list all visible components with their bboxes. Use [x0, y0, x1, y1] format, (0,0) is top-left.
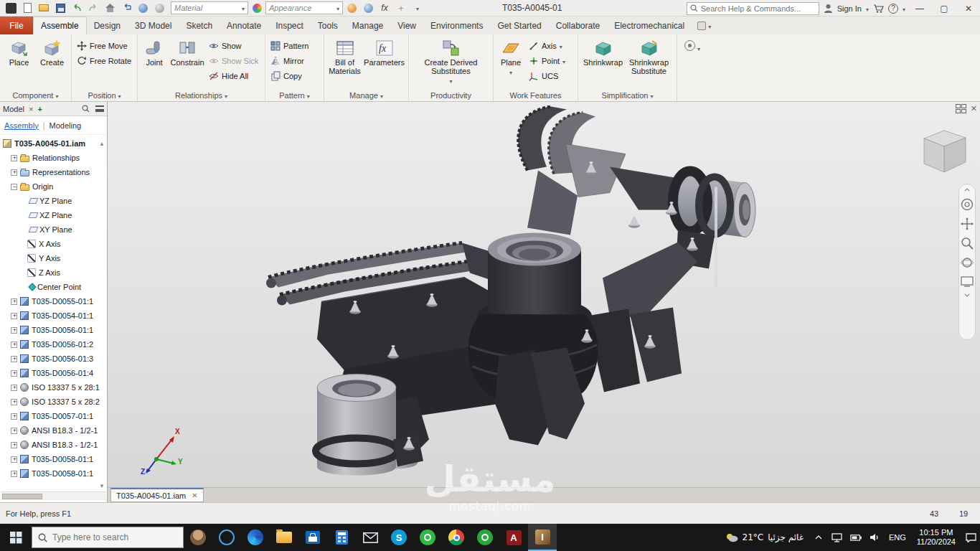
network-icon[interactable] — [828, 524, 847, 551]
weather-widget[interactable]: 21°C غائم جزئيا — [720, 532, 809, 542]
pattern-button[interactable]: Pattern — [268, 39, 311, 52]
view-cube[interactable] — [918, 126, 970, 178]
ucs-button[interactable]: UCS — [527, 69, 567, 83]
browser-close-icon[interactable] — [29, 105, 33, 113]
expander-icon[interactable] — [11, 342, 17, 348]
file-menu-button[interactable]: File — [0, 17, 33, 34]
open-icon[interactable] — [36, 1, 52, 15]
browser-search-icon[interactable] — [82, 105, 90, 113]
chrome-icon[interactable] — [442, 524, 471, 551]
browser-h-scrollbar[interactable] — [1, 491, 106, 500]
calculator-icon[interactable] — [327, 524, 356, 551]
expander-icon[interactable] — [11, 356, 17, 362]
expander-icon[interactable] — [11, 399, 17, 405]
tree-item[interactable]: Y Axis — [0, 251, 107, 265]
store-icon[interactable] — [298, 524, 327, 551]
place-button[interactable]: Place — [4, 37, 35, 69]
tab-view[interactable]: View — [390, 17, 423, 34]
ribbon-options-button[interactable] — [692, 17, 717, 34]
app-menu-icon[interactable] — [3, 1, 19, 15]
help-caret-icon[interactable] — [903, 4, 905, 14]
work-features-panel-label[interactable]: Work Features — [495, 89, 576, 101]
mail-icon[interactable] — [356, 524, 385, 551]
file-explorer-icon[interactable] — [270, 524, 298, 551]
tab-inspect[interactable]: Inspect — [268, 17, 311, 34]
tree-item[interactable]: Center Point — [0, 280, 107, 294]
tree-item[interactable]: T035-D0056-01:3 — [0, 352, 107, 366]
material-ball-icon[interactable] — [151, 1, 167, 15]
cart-icon[interactable] — [873, 4, 884, 13]
tree-item[interactable]: XZ Plane — [0, 208, 107, 222]
return-icon[interactable] — [118, 1, 134, 15]
adjust-sphere-icon[interactable] — [360, 1, 376, 15]
tree-item[interactable]: ANSI B18.3 - 1/2-1 — [0, 438, 107, 452]
document-tab[interactable]: T035-A0045-01.iam ✕ — [110, 488, 204, 502]
graphics-viewport[interactable]: ✕ X Y Z — [108, 102, 980, 487]
add-quickaccess-icon[interactable]: + — [393, 1, 409, 15]
whatsapp-alt-icon[interactable] — [471, 524, 499, 551]
tree-item[interactable]: Representations — [0, 165, 107, 179]
quickaccess-caret-icon[interactable] — [410, 1, 425, 15]
axis-button[interactable]: Axis — [527, 39, 567, 52]
tree-item[interactable]: T035-D0056-01:1 — [0, 323, 107, 337]
new-file-icon[interactable] — [19, 1, 35, 15]
manage-panel-label[interactable]: Manage — [326, 89, 407, 101]
zoom-icon[interactable] — [961, 237, 974, 250]
tree-item[interactable]: Origin — [0, 179, 107, 194]
browser-menu-icon[interactable] — [95, 105, 104, 112]
minimize-button[interactable]: — — [910, 1, 930, 17]
tree-item[interactable]: Relationships — [0, 151, 107, 165]
mirror-button[interactable]: Mirror — [268, 54, 311, 67]
ribbon-display-toggle[interactable] — [677, 34, 707, 101]
undo-icon[interactable] — [69, 1, 85, 15]
tab-electromechanical[interactable]: Electromechanical — [607, 17, 692, 34]
free-move-button[interactable]: Free Move — [75, 39, 133, 52]
tree-item[interactable]: XY Plane — [0, 222, 107, 237]
free-rotate-button[interactable]: Free Rotate — [75, 54, 133, 67]
appearance-select[interactable]: Appearance — [265, 1, 343, 14]
skype-icon[interactable]: S — [385, 524, 413, 551]
acrobat-icon[interactable]: A — [499, 524, 528, 551]
maximize-button[interactable]: ▢ — [934, 1, 954, 17]
iproperties-icon[interactable] — [135, 1, 151, 15]
appearance-wheel-icon[interactable] — [249, 1, 265, 15]
help-search-box[interactable] — [687, 2, 819, 15]
scrollbar-thumb[interactable] — [2, 494, 42, 499]
create-button[interactable]: Create — [37, 37, 68, 69]
shrinkwrap-button[interactable]: Shrinkwrap — [583, 37, 624, 69]
tree-item[interactable]: ISO 13337 5 x 28:1 — [0, 380, 107, 395]
model-3d[interactable] — [108, 102, 980, 487]
tab-tools[interactable]: Tools — [311, 17, 345, 34]
expander-icon[interactable] — [11, 456, 17, 463]
expander-icon[interactable] — [11, 313, 17, 319]
copy-button[interactable]: Copy — [268, 69, 311, 83]
language-indicator[interactable]: ENG — [884, 533, 911, 542]
start-button[interactable] — [0, 524, 32, 551]
tree-item[interactable]: T035-D0056-01:4 — [0, 366, 107, 380]
taskbar-clock[interactable]: 10:15 PM 11/20/2024 — [911, 528, 961, 547]
expander-icon[interactable] — [11, 442, 17, 448]
cortana-icon[interactable] — [212, 524, 241, 551]
create-derived-substitutes-button[interactable]: Create Derived Substitutes — [418, 37, 485, 88]
navbar-scroll-up-icon[interactable] — [964, 188, 970, 192]
constrain-button[interactable]: Constrain — [169, 37, 205, 69]
joint-button[interactable]: Joint — [141, 37, 168, 69]
taskbar-search-input[interactable] — [52, 532, 167, 542]
navigation-wheel-icon[interactable] — [961, 198, 974, 211]
help-icon[interactable]: ? — [888, 4, 898, 14]
tab-manage[interactable]: Manage — [345, 17, 390, 34]
relationships-panel-label[interactable]: Relationships — [139, 89, 263, 101]
expander-icon[interactable] — [11, 327, 17, 334]
tab-environments[interactable]: Environments — [423, 17, 490, 34]
tree-item[interactable]: T035-D0054-01:1 — [0, 309, 107, 323]
taskbar-search-box[interactable] — [32, 527, 184, 548]
expander-icon[interactable] — [11, 385, 17, 391]
tree-item[interactable]: YZ Plane — [0, 194, 107, 208]
shrinkwrap-substitute-button[interactable]: Shrinkwrap Substitute — [626, 37, 673, 77]
tree-item-root[interactable]: T035-A0045-01.iam▲ — [0, 136, 107, 151]
tile-windows-icon[interactable] — [956, 104, 966, 113]
appearance-sphere-icon[interactable] — [344, 1, 359, 15]
tree-item[interactable]: ISO 13337 5 x 28:2 — [0, 395, 107, 409]
redo-icon[interactable] — [85, 1, 101, 15]
save-icon[interactable] — [52, 1, 68, 15]
